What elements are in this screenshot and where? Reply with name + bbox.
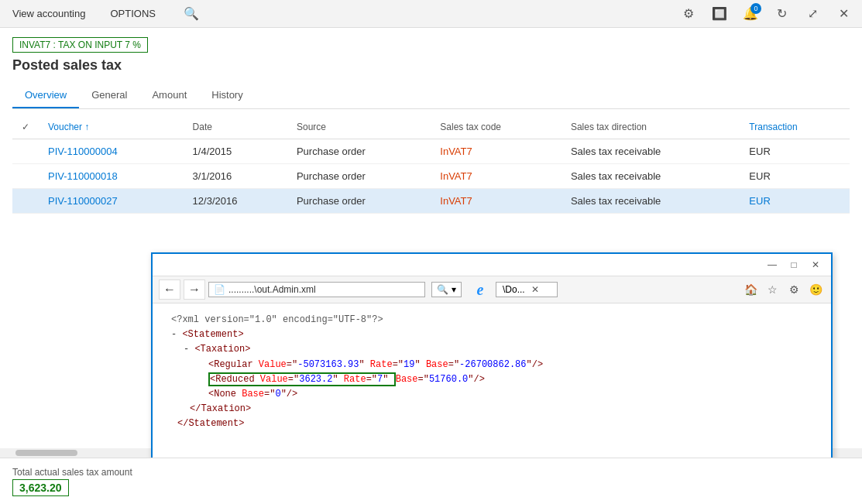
- scrollbar-thumb[interactable]: [15, 450, 77, 456]
- col-date[interactable]: Date: [184, 115, 287, 139]
- xml-popup-window: — □ ✕ ← → 📄 ..........\out.Admin.xml 🔍 ▾…: [151, 252, 833, 477]
- row-date: 1/4/2015: [184, 139, 287, 164]
- xml-titlebar: — □ ✕: [153, 254, 831, 276]
- tab-general[interactable]: General: [79, 83, 139, 108]
- xml-line-1: <?xml version="1.0" encoding="UTF-8"?>: [171, 313, 812, 327]
- notification-badge: 0: [750, 3, 761, 14]
- restore-button[interactable]: □: [785, 257, 803, 273]
- table-row[interactable]: PIV-110000018 3/1/2016 Purchase order In…: [12, 164, 850, 189]
- total-label: Total actual sales tax amount: [12, 467, 132, 478]
- favorites-icon[interactable]: ☆: [763, 280, 781, 299]
- bottom-bar: Total actual sales tax amount 3,623.20: [0, 458, 862, 504]
- row-voucher[interactable]: PIV-110000018: [39, 164, 184, 189]
- notification-icon[interactable]: 🔔 0: [738, 2, 763, 26]
- table-row[interactable]: PIV-110000027 12/3/2016 Purchase order I…: [12, 189, 850, 214]
- xml-line-2: - <Statement>: [171, 327, 812, 342]
- col-voucher[interactable]: Voucher ↑: [39, 115, 184, 139]
- col-tax-code[interactable]: Sales tax code: [431, 115, 562, 139]
- row-voucher[interactable]: PIV-110000027: [39, 189, 184, 214]
- row-transaction: EUR: [740, 164, 850, 189]
- row-source: Purchase order: [287, 164, 431, 189]
- top-bar-left: View accounting OPTIONS 🔍: [6, 3, 202, 25]
- tab-close-icon[interactable]: ✕: [531, 284, 539, 295]
- row-tax-code[interactable]: InVAT7: [431, 139, 562, 164]
- col-check: ✓: [12, 115, 39, 139]
- office-icon[interactable]: 🔲: [707, 2, 732, 26]
- search-icon: 🔍: [437, 284, 448, 295]
- row-transaction[interactable]: EUR: [740, 189, 850, 214]
- tabs-bar: Overview General Amount History: [12, 83, 850, 109]
- col-transaction[interactable]: Transaction: [740, 115, 850, 139]
- minimize-button[interactable]: —: [763, 257, 781, 273]
- popout-icon[interactable]: ⤢: [800, 2, 825, 26]
- row-tax-code[interactable]: InVAT7: [431, 164, 562, 189]
- row-transaction: EUR: [740, 139, 850, 164]
- xml-toolbar: ← → 📄 ..........\out.Admin.xml 🔍 ▾ e \Do…: [153, 276, 831, 303]
- refresh-icon[interactable]: ↻: [769, 2, 794, 26]
- data-table: ✓ Voucher ↑ Date Source Sales tax code S…: [12, 115, 850, 214]
- browser-right-icons: 🏠 ☆ ⚙ 🙂: [741, 280, 825, 299]
- total-value: 3,623.20: [12, 479, 69, 496]
- total-info: Total actual sales tax amount 3,623.20: [12, 467, 132, 496]
- table-row[interactable]: PIV-110000004 1/4/2015 Purchase order In…: [12, 139, 850, 164]
- xml-line-4: <Regular Value="-5073163.93" Rate="19" B…: [171, 358, 812, 372]
- close-button[interactable]: ✕: [806, 257, 825, 273]
- row-tax-direction: Sales tax receivable: [562, 164, 740, 189]
- row-date: 3/1/2016: [184, 164, 287, 189]
- xml-line-8: </Statement>: [171, 417, 812, 431]
- xml-highlighted-line: <Reduced Value="3623.2" Rate="7": [208, 372, 396, 386]
- top-bar-right: ⚙ 🔲 🔔 0 ↻ ⤢ ✕: [676, 2, 856, 26]
- col-tax-direction[interactable]: Sales tax direction: [562, 115, 740, 139]
- tax-tag: INVAT7 : TAX ON INPUT 7 %: [12, 37, 148, 53]
- xml-line-5: <Reduced Value="3623.2" Rate="7" Base="5…: [171, 372, 812, 387]
- page-title: Posted sales tax: [12, 57, 850, 74]
- row-tax-direction: Sales tax receivable: [562, 139, 740, 164]
- row-tax-code[interactable]: InVAT7: [431, 189, 562, 214]
- tab-history[interactable]: History: [199, 83, 255, 108]
- row-check: [12, 164, 39, 189]
- tab-amount[interactable]: Amount: [139, 83, 199, 108]
- xml-line-6: <None Base="0"/>: [171, 387, 812, 402]
- ie-icon: e: [471, 280, 489, 299]
- search-bar[interactable]: 🔍 ▾: [431, 282, 462, 297]
- col-source[interactable]: Source: [287, 115, 431, 139]
- address-text: ..........\out.Admin.xml: [228, 284, 316, 295]
- row-source: Purchase order: [287, 139, 431, 164]
- smiley-icon[interactable]: 🙂: [806, 280, 825, 299]
- table-container: ✓ Voucher ↑ Date Source Sales tax code S…: [12, 115, 850, 214]
- settings-icon[interactable]: ⚙: [676, 2, 701, 26]
- row-check: [12, 189, 39, 214]
- tab-overview[interactable]: Overview: [12, 83, 79, 108]
- home-icon[interactable]: 🏠: [741, 280, 760, 299]
- search-button[interactable]: 🔍: [180, 3, 202, 25]
- browser-tab: \Do... ✕: [496, 282, 558, 297]
- xml-line-3: - <Taxation>: [171, 342, 812, 357]
- row-source: Purchase order: [287, 189, 431, 214]
- address-bar[interactable]: 📄 ..........\out.Admin.xml: [208, 282, 425, 297]
- main-content: INVAT7 : TAX ON INPUT 7 % Posted sales t…: [0, 28, 862, 504]
- forward-button[interactable]: →: [184, 279, 205, 300]
- top-bar: View accounting OPTIONS 🔍 ⚙ 🔲 🔔 0 ↻ ⤢ ✕: [0, 0, 862, 28]
- back-button[interactable]: ←: [159, 279, 180, 300]
- options-menu[interactable]: OPTIONS: [104, 5, 162, 22]
- close-icon[interactable]: ✕: [831, 2, 856, 26]
- page-icon: 📄: [214, 284, 225, 295]
- tools-icon[interactable]: ⚙: [785, 280, 803, 299]
- row-date: 12/3/2016: [184, 189, 287, 214]
- xml-content[interactable]: <?xml version="1.0" encoding="UTF-8"?> -…: [153, 303, 831, 475]
- row-check: [12, 139, 39, 164]
- tab-label: \Do...: [503, 284, 525, 295]
- view-accounting-nav[interactable]: View accounting: [6, 5, 91, 22]
- xml-line-7: </Taxation>: [171, 402, 812, 417]
- row-tax-direction: Sales tax receivable: [562, 189, 740, 214]
- check-all[interactable]: ✓: [22, 122, 29, 132]
- search-arrow: ▾: [452, 284, 456, 295]
- row-voucher[interactable]: PIV-110000004: [39, 139, 184, 164]
